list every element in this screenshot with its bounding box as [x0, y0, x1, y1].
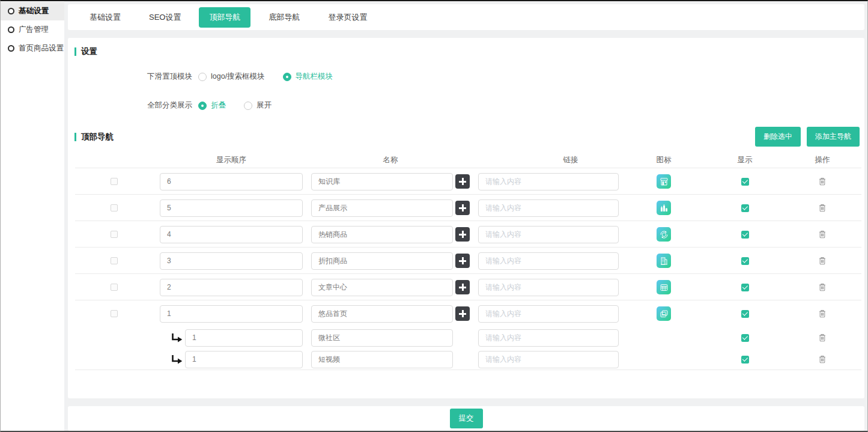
suborder-input[interactable]: [185, 351, 303, 368]
row-select-checkbox[interactable]: [111, 310, 118, 317]
name-input[interactable]: [311, 226, 453, 243]
radio-label: 导航栏模块: [296, 71, 333, 82]
radio-expanded[interactable]: 展开: [244, 100, 272, 111]
radio-icon: [283, 73, 291, 81]
delete-row-icon[interactable]: [819, 204, 826, 212]
name-input[interactable]: [311, 173, 453, 190]
tab-top-navigation[interactable]: 顶部导航: [199, 7, 250, 28]
tab-bar: 基础设置 SEO设置 顶部导航 底部导航 登录页设置: [68, 4, 864, 30]
sidebar: 基础设置 广告管理 首页商品设置: [1, 1, 64, 431]
table-row: [68, 274, 864, 300]
add-subnav-button[interactable]: [455, 201, 470, 215]
table-subrow: [68, 327, 864, 348]
table-row: [68, 168, 864, 195]
visible-checkbox[interactable]: [741, 310, 749, 318]
delete-row-icon[interactable]: [819, 257, 826, 265]
sublink-input[interactable]: [478, 351, 619, 368]
order-input[interactable]: [160, 252, 303, 270]
subname-input[interactable]: [311, 351, 453, 368]
submit-button[interactable]: 提交: [450, 409, 483, 428]
order-input[interactable]: [160, 226, 303, 243]
subname-input[interactable]: [311, 329, 453, 347]
storefront-icon[interactable]: [657, 174, 671, 189]
circle-bullet-icon: [8, 45, 14, 52]
radio-label: logo/搜索框模块: [211, 71, 265, 82]
order-input[interactable]: [160, 199, 303, 217]
order-input[interactable]: [160, 305, 303, 323]
circle-bullet-icon: [8, 8, 14, 14]
link-input[interactable]: [478, 305, 619, 323]
radio-logo-search-module[interactable]: logo/搜索框模块: [198, 71, 265, 82]
delete-selected-button[interactable]: 删除选中: [755, 127, 801, 147]
add-main-nav-button[interactable]: 添加主导航: [807, 127, 860, 147]
suborder-input[interactable]: [185, 329, 303, 347]
tab-bottom-navigation[interactable]: 底部导航: [258, 7, 310, 28]
add-subnav-button[interactable]: [455, 306, 470, 321]
header-name: 名称: [311, 155, 470, 165]
link-input[interactable]: [478, 252, 619, 270]
sidebar-item-ad-management[interactable]: 广告管理: [1, 20, 64, 39]
radio-icon: [198, 73, 207, 81]
visible-checkbox[interactable]: [741, 204, 749, 212]
refresh-globe-icon[interactable]: [657, 227, 671, 242]
delete-row-icon[interactable]: [819, 309, 826, 318]
link-input[interactable]: [478, 226, 619, 243]
radio-label: 展开: [256, 100, 272, 111]
delete-row-icon[interactable]: [819, 355, 826, 364]
header-action: 操作: [781, 155, 864, 165]
settings-section-title: 设置: [81, 46, 97, 57]
subnav-arrow-icon: [171, 333, 183, 343]
visible-checkbox[interactable]: [741, 356, 749, 364]
delete-row-icon[interactable]: [819, 177, 826, 186]
section-bar-icon: [74, 133, 76, 141]
row-select-checkbox[interactable]: [111, 231, 118, 238]
order-input[interactable]: [160, 279, 303, 296]
settings-section-header: 设置: [74, 46, 864, 57]
row-select-checkbox[interactable]: [111, 284, 118, 291]
delete-row-icon[interactable]: [819, 230, 826, 239]
top-nav-section-header: 顶部导航 删除选中 添加主导航: [68, 127, 860, 147]
visible-checkbox[interactable]: [741, 178, 749, 186]
radio-collapsed[interactable]: 折叠: [198, 100, 226, 111]
radio-navbar-module[interactable]: 导航栏模块: [283, 71, 333, 82]
add-subnav-button[interactable]: [455, 280, 470, 294]
sidebar-item-basic-settings[interactable]: 基础设置: [1, 2, 64, 20]
sublink-input[interactable]: [478, 329, 619, 347]
visible-checkbox[interactable]: [741, 257, 749, 265]
radio-icon: [244, 102, 252, 110]
row-select-checkbox[interactable]: [111, 257, 118, 264]
link-input[interactable]: [478, 199, 619, 217]
pages-icon[interactable]: [657, 306, 671, 321]
tab-seo-settings[interactable]: SEO设置: [139, 7, 191, 28]
link-input[interactable]: [478, 279, 619, 296]
delete-row-icon[interactable]: [819, 283, 826, 291]
link-input[interactable]: [478, 173, 619, 190]
footer-bar: 提交: [68, 406, 864, 431]
name-input[interactable]: [311, 305, 453, 323]
order-input[interactable]: [160, 173, 303, 190]
circle-bullet-icon: [8, 26, 14, 33]
name-input[interactable]: [311, 199, 453, 217]
visible-checkbox[interactable]: [741, 284, 749, 291]
visible-checkbox[interactable]: [741, 334, 749, 342]
row-select-checkbox[interactable]: [111, 178, 118, 185]
tab-basic-settings[interactable]: 基础设置: [79, 7, 131, 28]
top-nav-section-title: 顶部导航: [81, 132, 114, 142]
row-select-checkbox[interactable]: [111, 204, 118, 211]
add-subnav-button[interactable]: [455, 254, 470, 268]
delete-row-icon[interactable]: [819, 333, 826, 342]
sidebar-item-home-product-settings[interactable]: 首页商品设置: [1, 39, 64, 58]
scroll-top-module-setting: 下滑置顶模块 logo/搜索框模块 导航栏模块: [147, 71, 864, 82]
building-icon[interactable]: [657, 254, 671, 268]
schedule-icon[interactable]: [657, 280, 671, 294]
visible-checkbox[interactable]: [741, 231, 749, 239]
name-input[interactable]: [311, 279, 453, 296]
name-input[interactable]: [311, 252, 453, 270]
sidebar-item-label: 广告管理: [19, 25, 49, 35]
radio-label: 折叠: [211, 100, 226, 111]
add-subnav-button[interactable]: [455, 174, 470, 189]
section-bar-icon: [74, 47, 76, 56]
products-icon[interactable]: [657, 201, 671, 215]
tab-login-page-settings[interactable]: 登录页设置: [318, 7, 377, 28]
add-subnav-button[interactable]: [455, 227, 470, 242]
